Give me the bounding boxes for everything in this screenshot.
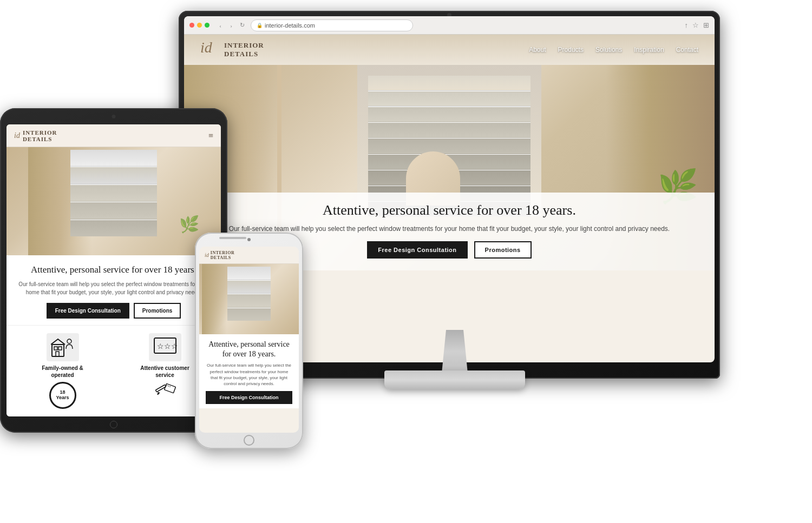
tablet-features: Family-owned &operated 18Years ☆☆☆ Atten… — [6, 325, 221, 416]
browser-url-bar[interactable]: 🔒 interior-details.com — [251, 19, 413, 31]
tabs-icon[interactable]: ⊞ — [703, 21, 709, 30]
browser-maximize-dot[interactable] — [205, 23, 209, 28]
tools-icon — [152, 382, 179, 395]
nav-about[interactable]: About — [529, 46, 546, 54]
tablet-logo-icon: id — [14, 131, 20, 140]
tablet-blinds — [70, 150, 157, 236]
browser-minimize-dot[interactable] — [197, 23, 202, 28]
url-text: interior-details.com — [265, 22, 315, 29]
svg-rect-1 — [54, 347, 57, 350]
tablet-content: Attentive, personal service for over 18 … — [6, 255, 221, 325]
site-logo[interactable]: id INTERIOR DETAILS — [200, 40, 264, 59]
tablet-plant: 🌿 — [179, 215, 199, 234]
logo-text: INTERIOR DETAILS — [224, 41, 264, 58]
browser-close-dot[interactable] — [189, 23, 194, 28]
customer-service-icon: ☆☆☆ — [149, 333, 181, 361]
stars-svg: ☆☆☆ — [153, 337, 177, 358]
tablet-hero-title: Attentive, personal service for over 18 … — [15, 264, 212, 276]
phone-hero-image — [199, 264, 299, 334]
phone-speaker — [219, 237, 246, 239]
phone-logo-text: INTERIOR DETAILS — [211, 250, 234, 260]
svg-line-12 — [169, 386, 170, 387]
tablet-logo[interactable]: id INTERIOR DETAILS — [14, 129, 57, 142]
years-badge: 18Years — [49, 382, 76, 409]
tablet-buttons: Free Design Consultation Promotions — [15, 303, 212, 319]
nav-solutions[interactable]: Solutions — [595, 46, 622, 54]
phone-hero-title: Attentive, personal service for over 18 … — [206, 340, 292, 359]
family-owned-icon — [47, 333, 79, 361]
svg-rect-2 — [58, 347, 62, 350]
svg-rect-4 — [56, 352, 59, 356]
family-owned-label: Family-owned &operated — [15, 365, 110, 379]
bookmark-icon[interactable]: ☆ — [692, 21, 699, 30]
tablet-navbar: id INTERIOR DETAILS ≡ — [6, 124, 221, 147]
nav-products[interactable]: Products — [558, 46, 584, 54]
browser-back-button[interactable]: ‹ — [216, 21, 225, 30]
phone-arch — [202, 264, 227, 334]
browser-nav-arrows: ‹ › ↻ — [216, 21, 246, 30]
tablet-home-button[interactable] — [110, 421, 117, 428]
website-navbar: id INTERIOR DETAILS About Products Solut… — [184, 35, 715, 65]
nav-contact[interactable]: Contact — [676, 46, 698, 54]
share-icon[interactable]: ↑ — [685, 21, 689, 30]
phone-frame: id INTERIOR DETAILS — [195, 233, 303, 449]
browser-forward-button[interactable]: › — [227, 21, 235, 30]
tablet-hero-image: 🌿 — [6, 147, 221, 255]
phone-screen: id INTERIOR DETAILS — [199, 247, 299, 433]
phone-home-button[interactable] — [244, 435, 254, 446]
tablet-free-design-button[interactable]: Free Design Consultation — [47, 303, 129, 319]
tablet-frame: id INTERIOR DETAILS ≡ — [0, 108, 227, 433]
tools-svg — [153, 382, 177, 395]
hero-title: Attentive, personal service for over 18 … — [200, 202, 698, 219]
tablet-logo-text: INTERIOR DETAILS — [23, 129, 57, 142]
tablet-screen: id INTERIOR DETAILS ≡ — [6, 124, 221, 416]
tablet-menu-button[interactable]: ≡ — [208, 131, 213, 141]
svg-point-3 — [67, 339, 71, 343]
browser-traffic-lights — [189, 23, 209, 28]
browser-refresh-button[interactable]: ↻ — [238, 21, 246, 30]
browser-action-buttons: ↑ ☆ ⊞ — [685, 21, 710, 30]
phone-navbar: id INTERIOR DETAILS — [199, 247, 299, 264]
tablet-feature-family: Family-owned &operated 18Years — [15, 333, 110, 409]
phone-logo[interactable]: id INTERIOR DETAILS — [205, 250, 234, 260]
phone-logo-icon: id — [205, 252, 209, 258]
svg-line-10 — [167, 385, 167, 386]
phone-blinds — [227, 267, 271, 321]
logo-icon: id — [200, 40, 220, 59]
family-svg — [51, 337, 75, 358]
promotions-button[interactable]: Promotions — [474, 241, 532, 259]
svg-marker-8 — [156, 392, 160, 395]
tablet-device: id INTERIOR DETAILS ≡ — [0, 108, 227, 454]
svg-text:☆☆☆: ☆☆☆ — [157, 342, 177, 350]
phone-camera — [247, 238, 251, 241]
svg-rect-9 — [164, 383, 175, 393]
tablet-promotions-button[interactable]: Promotions — [134, 303, 181, 319]
nav-links: About Products Solutions Inspiration Con… — [529, 46, 698, 54]
browser-chrome: ‹ › ↻ 🔒 interior-details.com ↑ ☆ ⊞ — [184, 16, 715, 35]
monitor-base — [384, 370, 525, 389]
tablet-hero-subtitle: Our full-service team will help you sele… — [15, 280, 212, 296]
phone-hero-subtitle: Our full-service team will help you sele… — [206, 362, 292, 387]
tablet-camera — [112, 115, 116, 118]
phone-free-design-button[interactable]: Free Design Consultation — [206, 391, 292, 404]
phone-device: id INTERIOR DETAILS — [195, 233, 303, 471]
nav-inspiration[interactable]: Inspiration — [634, 46, 664, 54]
svg-line-11 — [168, 386, 168, 387]
lock-icon: 🔒 — [257, 23, 263, 28]
phone-content: Attentive, personal service for over 18 … — [199, 334, 299, 408]
free-design-consultation-button[interactable]: Free Design Consultation — [367, 241, 467, 259]
